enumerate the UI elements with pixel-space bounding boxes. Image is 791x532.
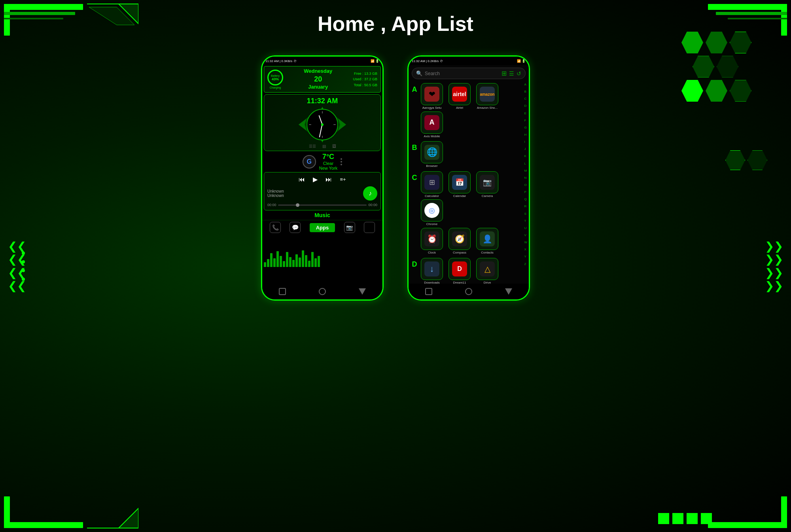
app-label-downloads: Downloads [424, 281, 440, 284]
time-end: 00:00 [368, 203, 377, 207]
phone1-content: Battery 43% Charging Wednesday 20 Januar… [262, 65, 382, 284]
phones-container: 11:32 AM | 0.3KB/s ⏱ 📶 🔋 Battery 43% Cha… [261, 47, 530, 301]
alpha-l[interactable]: L [524, 162, 527, 165]
app-label-calendar: Calendar [453, 194, 466, 198]
clock-info-icons: ☰☰ ▤ 🖼 [309, 144, 336, 148]
phone2-content[interactable]: 🔍 ⊞ ☰ ↺ A ❤ Aarogya Setu [409, 65, 529, 284]
message-icon[interactable]: 💬 [290, 222, 301, 233]
alpha-d[interactable]: D [524, 104, 527, 108]
alpha-a[interactable]: A [524, 83, 527, 86]
nav2-home[interactable] [465, 288, 472, 295]
alpha-u[interactable]: U [524, 227, 527, 230]
alpha-x[interactable]: X [524, 248, 527, 251]
alpha-q[interactable]: Q [524, 198, 527, 201]
nav2-back[interactable] [505, 288, 512, 295]
phone-icon[interactable]: 📞 [270, 222, 281, 233]
app-dream11[interactable]: D Dream11 [447, 258, 473, 284]
storage-free: Free : 13.3 GB [353, 71, 377, 76]
progress-bar[interactable] [278, 204, 367, 206]
page-title: Home , App List [318, 12, 473, 36]
section-a: A ❤ Aarogya Setu airtel Airtel [409, 81, 529, 140]
app-downloads[interactable]: ↓ Downloads [419, 258, 445, 284]
alpha-y[interactable]: Y [524, 255, 527, 258]
alpha-v[interactable]: V [524, 234, 527, 237]
nav-back[interactable] [359, 288, 366, 295]
app-contacts[interactable]: 👤 Contacts [474, 228, 500, 255]
nav-home[interactable] [319, 288, 326, 295]
music-fab-button[interactable]: ♪ [363, 186, 377, 201]
alpha-t[interactable]: T [524, 220, 527, 223]
hud-corner-tl [0, 0, 138, 71]
app-aarogya[interactable]: ❤ Aarogya Setu [419, 83, 445, 110]
list-view-icon[interactable]: ☰ [509, 70, 514, 77]
app-axis[interactable]: A Axis Mobile [419, 112, 445, 138]
nav-square[interactable] [279, 288, 286, 295]
app-icon-aarogya: ❤ [421, 83, 443, 105]
alpha-n[interactable]: N [524, 176, 527, 180]
alpha-b[interactable]: B [524, 90, 527, 93]
next-button[interactable]: ⏭ [325, 176, 332, 183]
svg-rect-0 [4, 4, 83, 10]
time-start: 00:00 [267, 203, 276, 207]
weather-location: New York [319, 166, 337, 170]
camera-icon-nav[interactable]: 📷 [344, 222, 355, 233]
phone1-bottom-nav: 📞 💬 Apps 📷 ⚙ [262, 220, 382, 235]
app-browser[interactable]: 🌐 Browser [419, 141, 445, 168]
grid-view-icon[interactable]: ⊞ [501, 70, 507, 77]
alpha-m[interactable]: M [524, 169, 527, 172]
options-icon[interactable] [341, 158, 342, 165]
alpha-j[interactable]: J [524, 148, 527, 151]
indicator-square [672, 513, 683, 524]
alpha-z[interactable]: Z [524, 263, 527, 266]
svg-marker-12 [87, 508, 138, 528]
app-amazon[interactable]: amazon Amazon Sho... [474, 83, 500, 110]
alpha-g[interactable]: G [524, 126, 527, 129]
alpha-k[interactable]: K [524, 155, 527, 158]
refresh-icon[interactable]: ↺ [517, 70, 521, 77]
alpha-e[interactable]: E [524, 112, 527, 115]
section-letter-c: C [411, 171, 418, 182]
alpha-r[interactable]: R [524, 205, 527, 208]
alpha-c[interactable]: C [524, 97, 527, 100]
app-calculator[interactable]: ⊞ Calculator [419, 171, 445, 198]
app-clock[interactable]: ⏰ Clock [419, 228, 445, 255]
status-icons-phone1: 📶 🔋 [371, 59, 379, 63]
nav2-square[interactable] [425, 288, 432, 295]
app-icon-dream11: D [448, 258, 471, 280]
app-airtel[interactable]: airtel Airtel [447, 83, 473, 110]
g-button[interactable]: G [303, 155, 316, 168]
music-progress: 00:00 00:00 [267, 203, 377, 207]
grid-icon[interactable]: ⚙ [364, 222, 375, 233]
app-calendar[interactable]: 📅 Calendar [447, 171, 473, 198]
svg-rect-14 [781, 496, 787, 528]
apps-button[interactable]: Apps [310, 223, 335, 232]
app-icon-airtel: airtel [448, 83, 471, 105]
app-label-chrome: Chrome [426, 222, 437, 226]
app-compass[interactable]: 🧭 Compass [447, 228, 473, 255]
add-to-playlist-button[interactable]: ≡+ [340, 176, 346, 182]
alpha-s[interactable]: S [524, 212, 527, 216]
alpha-w[interactable]: W [524, 241, 527, 244]
alpha-f[interactable]: F [524, 119, 527, 122]
app-label-axis: Axis Mobile [424, 134, 440, 138]
phone1-nav-bar [262, 284, 382, 299]
alpha-p[interactable]: P [524, 191, 527, 194]
app-drive[interactable]: △ Drive [474, 258, 500, 284]
music-player: ⏮ ▶ ⏭ ≡+ Unknown Unknown ♪ 00:00 [264, 172, 381, 210]
search-input[interactable] [425, 71, 499, 76]
clock-center [321, 123, 324, 126]
play-button[interactable]: ▶ [313, 176, 318, 183]
weather-info: 7°C Clear New York [319, 153, 337, 170]
hud-corner-bl [0, 461, 138, 532]
app-label-drive: Drive [484, 281, 491, 284]
alpha-h[interactable]: H [524, 133, 527, 136]
alpha-o[interactable]: O [524, 184, 527, 187]
app-camera[interactable]: 📷 Camera [474, 171, 500, 198]
alpha-i[interactable]: I [524, 140, 527, 144]
app-row-b: 🌐 Browser [419, 141, 445, 168]
app-chrome[interactable]: ◎ Chrome [419, 199, 445, 226]
right-chevrons: ❯❯ ❯❯ ❯❯ ❯❯ [765, 239, 783, 292]
music-label: Music [262, 212, 382, 218]
prev-button[interactable]: ⏮ [299, 176, 305, 183]
search-bar[interactable]: 🔍 ⊞ ☰ ↺ [412, 68, 526, 79]
